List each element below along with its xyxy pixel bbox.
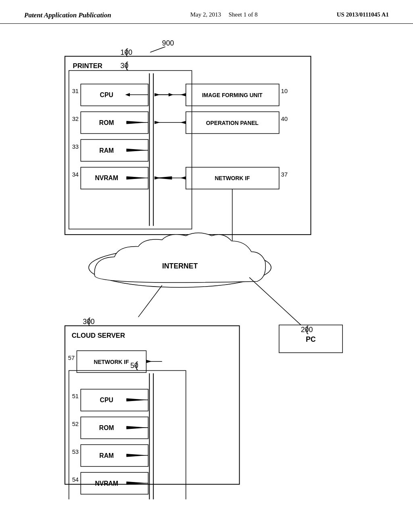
arrow-ifu-right1 — [180, 93, 186, 96]
arrow-nif-bottom — [146, 360, 152, 363]
inner-box-50 — [69, 370, 186, 499]
ram-bottom-text: RAM — [99, 452, 114, 459]
printer-outer-box — [65, 56, 311, 235]
arrow-bus-left3 — [154, 177, 160, 180]
page-header: Patent Application Publication May 2, 20… — [0, 0, 413, 24]
patent-number: US 2013/0111045 A1 — [337, 11, 389, 18]
image-forming-text: IMAGE FORMING UNIT — [202, 92, 263, 98]
rom-b-arrow — [126, 426, 148, 429]
ref-54-label: 54 — [72, 476, 79, 483]
ref-57-label: 57 — [68, 355, 75, 361]
arrow-nif-right — [180, 177, 186, 180]
svg-line-0 — [150, 47, 165, 52]
ram-top-text: RAM — [99, 147, 114, 154]
cloud-server-label: CLOUD SERVER — [72, 332, 125, 339]
ref-10-label: 10 — [281, 88, 288, 94]
internet-to-cloud-line — [138, 285, 162, 317]
ref-53-label: 53 — [72, 449, 79, 455]
operation-panel-text: OPERATION PANEL — [206, 120, 259, 126]
arrow-bus-left2 — [154, 121, 160, 124]
ref-40-label: 40 — [281, 116, 288, 122]
ref-900-label: 900 — [162, 39, 174, 47]
cpu-b-arrow — [126, 398, 148, 401]
nvram-arrow-left — [126, 177, 148, 180]
ref-52-label: 52 — [72, 421, 79, 427]
printer-label: PRINTER — [73, 62, 102, 70]
ref-37-label: 37 — [281, 171, 288, 178]
arrow-opanel-right — [180, 121, 186, 124]
rom-top-text: ROM — [99, 119, 114, 126]
diagram-area: 900 100 { PRINTER 30 { 31 CPU 32 ROM 33 … — [0, 24, 413, 499]
svg-text:{: { — [135, 360, 138, 370]
cloud-path — [94, 233, 265, 283]
internet-label: INTERNET — [162, 262, 198, 270]
nvram-bottom-text: NVRAM — [95, 480, 118, 487]
rom-arrow-left — [126, 121, 148, 124]
ref-51-label: 51 — [72, 393, 79, 399]
internet-to-pc-line — [249, 277, 301, 325]
cpu-bottom-text: CPU — [100, 397, 113, 403]
svg-text:{: { — [88, 316, 90, 326]
svg-text:{: { — [125, 60, 128, 70]
publication-label: Patent Application Publication — [24, 11, 111, 19]
arrow-bus-left1 — [154, 93, 160, 96]
cloud-server-outer-box — [65, 326, 240, 484]
rom-bottom-text: ROM — [99, 424, 114, 431]
ref-31-label: 31 — [72, 88, 79, 94]
header-center: May 2, 2013 Sheet 1 of 8 — [190, 11, 258, 18]
svg-text:{: { — [306, 324, 309, 334]
network-if-top-text: NETWORK IF — [215, 175, 250, 181]
nvram-top-text: NVRAM — [95, 175, 118, 181]
ref-33-label: 33 — [72, 143, 79, 150]
ram-b-arrow — [126, 454, 148, 457]
ref-32-label: 32 — [72, 116, 79, 122]
ref-34-label: 34 — [72, 171, 79, 178]
ram-arrow-left — [126, 149, 148, 152]
cpu-top-text: CPU — [100, 91, 113, 98]
pc-text: PC — [306, 335, 316, 343]
network-if-bottom-text: NETWORK IF — [94, 359, 129, 365]
svg-text:{: { — [125, 47, 128, 57]
